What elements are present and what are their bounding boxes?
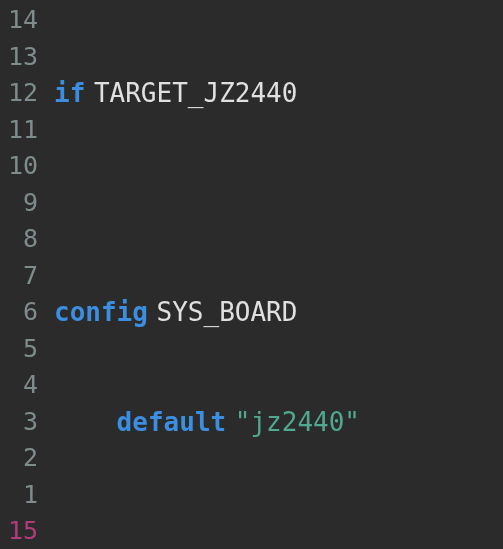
line-number: 4 [0, 367, 40, 404]
line-number-gutter: 14 13 12 11 10 9 8 7 6 5 4 3 2 1 15 [0, 0, 40, 549]
code-line[interactable]: if TARGET_JZ2440 [54, 75, 503, 112]
line-number: 12 [0, 75, 40, 112]
line-number-current: 15 [0, 513, 40, 549]
keyword-default: default [117, 404, 227, 441]
code-line[interactable] [54, 513, 503, 549]
keyword-config: config [54, 294, 148, 331]
code-line[interactable] [54, 185, 503, 222]
identifier: SYS_BOARD [157, 294, 298, 331]
code-area[interactable]: if TARGET_JZ2440 config SYS_BOARD defaul… [40, 0, 503, 549]
line-number: 3 [0, 404, 40, 441]
line-number: 9 [0, 185, 40, 222]
code-line[interactable]: default "jz2440" [54, 404, 503, 441]
line-number: 11 [0, 112, 40, 149]
string-literal: "jz2440" [235, 404, 360, 441]
line-number: 7 [0, 258, 40, 295]
code-editor[interactable]: 14 13 12 11 10 9 8 7 6 5 4 3 2 1 15 if T… [0, 0, 503, 549]
line-number: 6 [0, 294, 40, 331]
code-line[interactable]: config SYS_BOARD [54, 294, 503, 331]
line-number: 10 [0, 148, 40, 185]
line-number: 5 [0, 331, 40, 368]
line-number: 1 [0, 477, 40, 514]
keyword-if: if [54, 75, 85, 112]
line-number: 8 [0, 221, 40, 258]
line-number: 13 [0, 39, 40, 76]
line-number: 14 [0, 2, 40, 39]
identifier: TARGET_JZ2440 [94, 75, 298, 112]
line-number: 2 [0, 440, 40, 477]
